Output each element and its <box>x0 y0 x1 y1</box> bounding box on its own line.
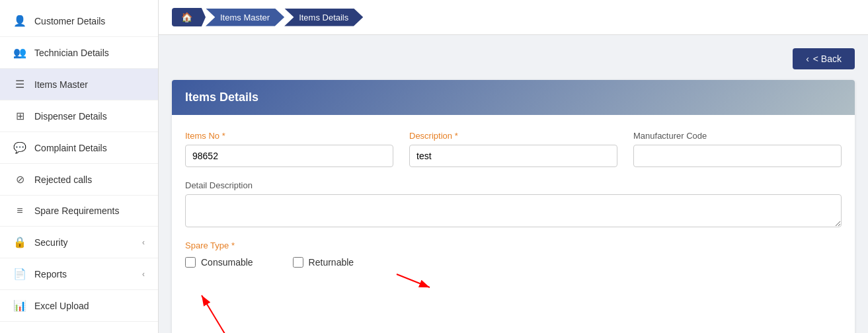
back-button-label: < Back <box>813 54 842 64</box>
sidebar-item-complaint-details[interactable]: 💬 Complaint Details <box>0 132 158 164</box>
breadcrumb-items-master[interactable]: Items Master <box>206 9 284 26</box>
spare-type-section: Spare Type * Consumable Returnable <box>185 240 842 322</box>
sidebar-label-excel-upload: Excel Upload <box>34 301 145 311</box>
sidebar-item-rejected-calls[interactable]: ⊘ Rejected calls <box>0 164 158 196</box>
sidebar-label-spare-requirements: Spare Requirements <box>34 205 145 216</box>
spare-type-label: Spare Type * <box>185 240 842 250</box>
sidebar-item-excel-upload[interactable]: 📊 Excel Upload <box>0 290 158 322</box>
back-button[interactable]: ‹ < Back <box>793 48 855 69</box>
rejected-calls-icon: ⊘ <box>13 173 26 186</box>
returnable-checkbox-label[interactable]: Returnable <box>293 257 354 268</box>
form-group-items-no: Items No * <box>185 131 393 167</box>
form-row-2: Detail Description <box>185 180 842 227</box>
items-master-icon: ☰ <box>13 78 26 91</box>
form-group-manufacturer-code: Manufacturer Code <box>633 131 842 167</box>
sidebar-label-complaint-details: Complaint Details <box>34 143 145 153</box>
form-group-detail-description: Detail Description <box>185 180 842 227</box>
security-icon: 🔒 <box>13 236 26 248</box>
svg-line-2 <box>397 274 430 287</box>
top-right-actions: ‹ < Back <box>172 48 855 69</box>
form-row-1: Items No * Description * Manufacturer Co… <box>185 131 842 167</box>
returnable-checkbox[interactable] <box>293 257 303 268</box>
excel-upload-icon: 📊 <box>13 299 26 312</box>
sidebar-label-items-master: Items Master <box>34 79 145 90</box>
form-group-description: Description * <box>409 131 617 167</box>
breadcrumb: 🏠 Items Master Items Details <box>159 0 868 35</box>
svg-line-1 <box>202 295 225 333</box>
manufacturer-code-input[interactable] <box>633 145 842 167</box>
customer-icon: 👤 <box>13 15 26 27</box>
sidebar-label-reports: Reports <box>34 269 134 279</box>
items-no-label: Items No * <box>185 131 393 141</box>
consumable-label: Consumable <box>201 257 253 268</box>
sidebar-item-spare-requirements[interactable]: ≡ Spare Requirements <box>0 196 158 227</box>
sidebar-item-technician-details[interactable]: 👥 Technician Details <box>0 37 158 69</box>
sidebar-item-customer-details[interactable]: 👤 Customer Details <box>0 5 158 37</box>
items-details-card: Items Details Items No * Description * <box>172 80 855 333</box>
content-area: ‹ < Back Items Details Items No * <box>159 35 868 333</box>
sidebar-label-technician-details: Technician Details <box>34 48 145 58</box>
spare-type-checkboxes: Consumable Returnable <box>185 257 842 268</box>
sidebar: 👤 Customer Details 👥 Technician Details … <box>0 0 159 333</box>
security-chevron-icon: ‹ <box>142 238 145 247</box>
sidebar-item-dispenser-details[interactable]: ⊞ Dispenser Details <box>0 100 158 132</box>
sidebar-item-items-master[interactable]: ☰ Items Master <box>0 69 158 100</box>
description-input[interactable] <box>409 145 617 167</box>
sidebar-label-security: Security <box>34 237 134 248</box>
complaint-icon: 💬 <box>13 141 26 154</box>
consumable-checkbox-label[interactable]: Consumable <box>185 257 253 268</box>
sidebar-label-dispenser-details: Dispenser Details <box>34 111 145 122</box>
description-label: Description * <box>409 131 617 141</box>
detail-description-label: Detail Description <box>185 180 842 190</box>
spare-requirements-icon: ≡ <box>13 205 26 217</box>
detail-description-input[interactable] <box>185 194 842 227</box>
items-no-input[interactable] <box>185 145 393 167</box>
manufacturer-code-label: Manufacturer Code <box>633 131 842 141</box>
back-chevron-icon: ‹ <box>806 54 809 64</box>
sidebar-label-customer-details: Customer Details <box>34 16 145 26</box>
card-body: Items No * Description * Manufacturer Co… <box>172 115 855 333</box>
annotation-arrows <box>185 268 842 320</box>
reports-chevron-icon: ‹ <box>142 270 145 279</box>
main-area: 🏠 Items Master Items Details ‹ < Back It… <box>159 0 868 333</box>
breadcrumb-home[interactable]: 🏠 <box>172 8 206 26</box>
reports-icon: 📄 <box>13 268 26 280</box>
sidebar-item-reports[interactable]: 📄 Reports ‹ <box>0 258 158 290</box>
sidebar-item-security[interactable]: 🔒 Security ‹ <box>0 227 158 258</box>
breadcrumb-items-details[interactable]: Items Details <box>284 9 363 26</box>
returnable-label: Returnable <box>309 257 354 268</box>
consumable-checkbox[interactable] <box>185 257 196 268</box>
card-title: Items Details <box>185 91 258 104</box>
sidebar-label-rejected-calls: Rejected calls <box>34 174 145 185</box>
dispenser-icon: ⊞ <box>13 110 26 122</box>
technician-icon: 👥 <box>13 46 26 59</box>
card-header: Items Details <box>172 80 855 115</box>
